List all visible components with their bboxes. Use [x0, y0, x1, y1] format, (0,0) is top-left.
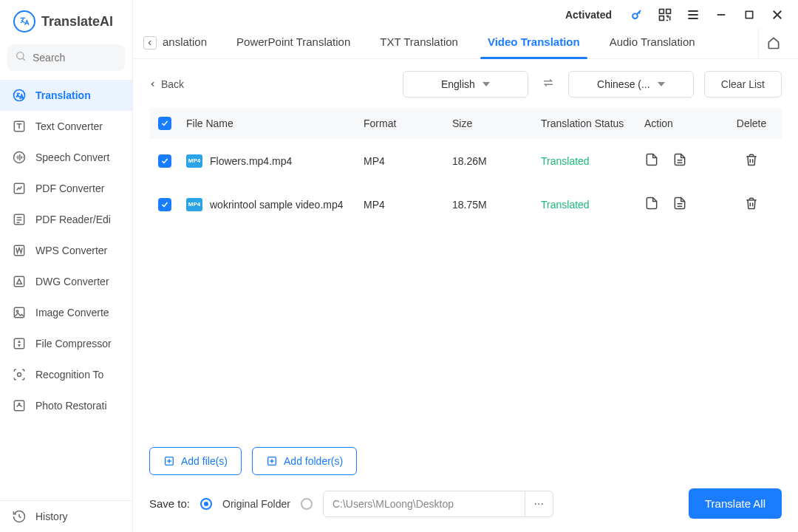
key-icon[interactable]	[630, 7, 644, 22]
tab-audio[interactable]: Audio Translation	[595, 27, 710, 58]
sidebar-item-speech-convert[interactable]: Speech Convert	[0, 142, 132, 173]
svg-rect-18	[746, 11, 752, 18]
filename-cell: MP4 Flowers.mp4.mp4	[186, 154, 364, 168]
radio-original-folder[interactable]	[200, 498, 212, 510]
add-files-button[interactable]: Add file(s)	[149, 447, 242, 475]
photo-restore-icon	[12, 398, 27, 413]
search-wrap	[0, 40, 132, 80]
translation-status: Translated	[541, 155, 644, 167]
sidebar-item-label: Photo Restorati	[35, 400, 107, 412]
mp4-badge-icon: MP4	[186, 198, 202, 211]
target-language-select[interactable]: Chinese (...	[568, 71, 694, 98]
row-checkbox[interactable]	[158, 154, 171, 168]
image-icon	[12, 305, 27, 320]
sidebar-items: Translation Text Converter Speech Conver…	[0, 80, 132, 500]
row-checkbox[interactable]	[158, 198, 171, 211]
column-header-delete: Delete	[726, 117, 777, 129]
svg-point-13	[18, 403, 20, 405]
sidebar-item-pdf-reader[interactable]: PDF Reader/Edi	[0, 204, 132, 235]
dwg-icon	[12, 274, 27, 289]
tab-txt[interactable]: TXT Translation	[365, 27, 473, 58]
sidebar-item-label: Text Converter	[35, 120, 103, 132]
tabs-row: anslation PowerPoint Translation TXT Tra…	[133, 27, 798, 59]
sidebar-item-label: History	[35, 511, 68, 522]
tab-powerpoint[interactable]: PowerPoint Translation	[222, 27, 365, 58]
controls-row: Back English Chinese (... Clear List	[133, 59, 798, 103]
sidebar-item-label: Recognition To	[35, 369, 103, 381]
add-folder-icon	[266, 455, 278, 467]
file-name: wokrintool sample video.mp4	[210, 199, 344, 211]
swap-languages-button[interactable]	[539, 73, 558, 95]
save-row: Save to: Original Folder C:\Users\MLoong…	[133, 481, 798, 532]
clear-list-button[interactable]: Clear List	[704, 71, 782, 98]
chevron-down-icon	[482, 82, 490, 86]
column-header-status: Translation Status	[541, 117, 644, 129]
sidebar-item-history[interactable]: History	[0, 501, 132, 532]
svg-point-11	[18, 373, 21, 377]
search-input[interactable]	[33, 52, 117, 64]
svg-rect-10	[14, 338, 24, 348]
sidebar-item-label: PDF Reader/Edi	[35, 214, 111, 225]
translate-icon	[12, 88, 27, 103]
chevron-left-icon	[149, 81, 157, 88]
minimize-icon[interactable]	[714, 7, 729, 22]
sidebar-item-text-converter[interactable]: Text Converter	[0, 111, 132, 142]
close-icon[interactable]	[770, 7, 785, 22]
tab-partial[interactable]: anslation	[160, 27, 222, 58]
maximize-icon[interactable]	[742, 7, 757, 22]
open-folder-button[interactable]	[644, 152, 659, 169]
search-icon	[15, 50, 27, 65]
radio-custom-path[interactable]	[301, 498, 313, 510]
menu-icon[interactable]	[686, 7, 700, 22]
tabs-scroll-left[interactable]	[143, 36, 157, 50]
file-size: 18.75M	[452, 199, 541, 211]
file-format: MP4	[364, 199, 452, 211]
sidebar-item-label: PDF Converter	[35, 183, 104, 194]
source-language-value: English	[441, 78, 475, 90]
qr-icon[interactable]	[658, 7, 672, 22]
delete-button[interactable]	[744, 152, 759, 169]
sidebar-item-label: Speech Convert	[35, 151, 109, 163]
select-all-checkbox[interactable]	[158, 117, 171, 130]
sidebar-item-label: Image Converte	[35, 307, 109, 318]
sidebar-item-dwg-converter[interactable]: DWG Converter	[0, 266, 132, 297]
sidebar-item-label: File Compressor	[35, 338, 112, 349]
view-document-button[interactable]	[672, 196, 687, 213]
chevron-down-icon	[658, 82, 665, 86]
browse-path-button[interactable]: ···	[525, 491, 553, 517]
svg-point-0	[17, 52, 24, 59]
license-status: Activated	[565, 9, 612, 21]
open-folder-button[interactable]	[644, 196, 659, 213]
mp4-badge-icon: MP4	[186, 154, 202, 168]
delete-button[interactable]	[744, 196, 759, 213]
sidebar-item-file-compressor[interactable]: File Compressor	[0, 328, 132, 359]
custom-path-input[interactable]: C:\Users\MLoong\Desktop	[323, 491, 525, 517]
file-size: 18.26M	[452, 155, 541, 167]
view-document-button[interactable]	[672, 152, 687, 169]
sidebar-item-photo-restoration[interactable]: Photo Restorati	[0, 390, 132, 421]
add-folders-button[interactable]: Add folder(s)	[252, 447, 357, 475]
sidebar-item-translation[interactable]: Translation	[0, 80, 132, 111]
main: Activated anslation PowerPoint Translati…	[133, 0, 798, 532]
compress-icon	[12, 336, 27, 351]
source-language-select[interactable]: English	[403, 71, 528, 98]
speech-icon	[12, 150, 27, 165]
add-file-icon	[163, 455, 175, 467]
translation-status: Translated	[541, 199, 644, 211]
home-icon[interactable]	[758, 28, 788, 58]
sidebar-item-pdf-converter[interactable]: PDF Converter	[0, 173, 132, 204]
back-label: Back	[161, 78, 184, 90]
sidebar-item-recognition[interactable]: Recognition To	[0, 359, 132, 390]
translate-all-button[interactable]: Translate All	[689, 488, 782, 519]
search-box[interactable]	[7, 44, 125, 71]
app-logo-row: TranslateAI	[0, 0, 132, 40]
table-row: MP4 Flowers.mp4.mp4 MP4 18.26M Translate…	[149, 139, 782, 183]
back-button[interactable]: Back	[149, 78, 184, 90]
svg-rect-17	[660, 16, 664, 21]
sidebar-item-wps-converter[interactable]: WPS Converter	[0, 235, 132, 266]
add-files-label: Add file(s)	[181, 455, 228, 467]
sidebar-item-image-converter[interactable]: Image Converte	[0, 297, 132, 328]
svg-point-9	[16, 310, 18, 313]
save-to-label: Save to:	[149, 497, 190, 510]
tab-video[interactable]: Video Translation	[473, 27, 595, 58]
